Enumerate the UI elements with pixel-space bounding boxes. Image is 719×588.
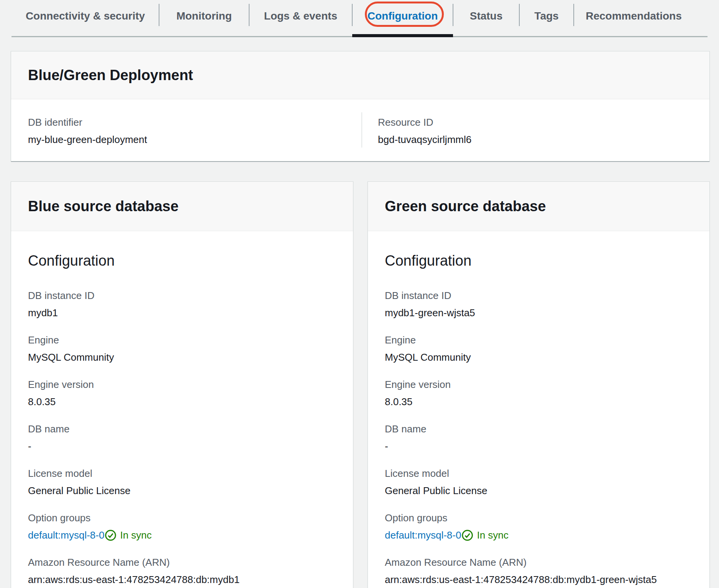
field-label: Engine [385, 333, 693, 347]
field-label: Option groups [385, 511, 693, 525]
check-circle-icon [105, 529, 117, 541]
field-value: my-blue-green-deployment [28, 133, 361, 146]
tab-label: Tags [534, 10, 558, 22]
field-label: Resource ID [378, 115, 709, 129]
blue-green-deployment-panel: Blue/Green Deployment DB identifier my-b… [11, 51, 710, 161]
field-label: DB identifier [28, 115, 361, 129]
option-group-link[interactable]: default:mysql-8-0 [28, 528, 104, 542]
field-label: License model [28, 466, 336, 480]
field-label: Amazon Resource Name (ARN) [28, 555, 336, 569]
tab-label: Recommendations [586, 10, 682, 22]
tab-label: Status [470, 10, 503, 22]
tab-label: Monitoring [176, 10, 232, 22]
license-model-field: License model General Public License [28, 466, 336, 498]
sync-status-text: In sync [120, 528, 151, 542]
panel-header: Blue/Green Deployment [11, 51, 709, 99]
db-instance-id-field: DB instance ID mydb1 [28, 289, 336, 320]
field-value: MySQL Community [28, 350, 336, 364]
green-source-database-panel: Green source database Configuration DB i… [368, 181, 710, 588]
field-value: mydb1 [28, 306, 336, 320]
field-label: DB name [385, 422, 693, 436]
license-model-field: License model General Public License [385, 466, 693, 498]
tab-tags[interactable]: Tags [519, 0, 574, 37]
field-label: License model [385, 466, 693, 480]
check-circle-icon [461, 529, 473, 541]
sync-status-text: In sync [477, 528, 508, 542]
field-value: bgd-tuvaqsycirljmml6 [378, 133, 709, 146]
engine-version-field: Engine version 8.0.35 [28, 378, 336, 409]
blue-source-database-panel: Blue source database Configuration DB in… [11, 181, 353, 588]
field-value: - [28, 439, 336, 453]
panel-header: Green source database [368, 182, 709, 231]
panel-body: DB identifier my-blue-green-deployment R… [11, 99, 709, 146]
arn-field: Amazon Resource Name (ARN) arn:aws:rds:u… [28, 555, 336, 586]
configuration-section-heading: Configuration [28, 231, 336, 270]
tab-status[interactable]: Status [453, 0, 519, 37]
panel-body: Configuration DB instance ID mydb1-green… [368, 231, 709, 586]
tab-logs-events[interactable]: Logs & events [249, 0, 352, 37]
engine-field: Engine MySQL Community [385, 333, 693, 364]
panel-body: Configuration DB instance ID mydb1 Engin… [11, 231, 353, 586]
option-group-link[interactable]: default:mysql-8-0 [385, 528, 461, 542]
field-label: DB instance ID [385, 289, 693, 302]
db-identifier-field: DB identifier my-blue-green-deployment [11, 99, 361, 146]
field-label: DB name [28, 422, 336, 436]
engine-field: Engine MySQL Community [28, 333, 336, 364]
field-label: Engine [28, 333, 336, 347]
engine-version-field: Engine version 8.0.35 [385, 378, 693, 409]
field-value: mydb1-green-wjsta5 [385, 306, 693, 320]
arn-field: Amazon Resource Name (ARN) arn:aws:rds:u… [385, 555, 693, 586]
tab-label: Connectivity & security [26, 10, 145, 22]
field-value: General Public License [28, 484, 336, 498]
resource-id-field: Resource ID bgd-tuvaqsycirljmml6 [361, 99, 709, 146]
db-name-field: DB name - [385, 422, 693, 453]
tab-recommendations[interactable]: Recommendations [574, 0, 694, 37]
field-value: arn:aws:rds:us-east-1:478253424788:db:my… [28, 573, 336, 586]
field-label: Amazon Resource Name (ARN) [385, 555, 693, 569]
db-name-field: DB name - [28, 422, 336, 453]
field-value: - [385, 439, 693, 453]
field-label: Engine version [28, 378, 336, 391]
field-label: DB instance ID [28, 289, 336, 302]
field-value: 8.0.35 [385, 395, 693, 409]
active-tab-underline [352, 34, 453, 37]
tab-bar: Connectivity & security Monitoring Logs … [0, 0, 719, 37]
field-value: arn:aws:rds:us-east-1:478253424788:db:my… [385, 573, 693, 586]
tab-monitoring[interactable]: Monitoring [159, 0, 249, 37]
panel-header: Blue source database [11, 182, 353, 231]
configuration-section-heading: Configuration [385, 231, 693, 270]
panel-title: Blue/Green Deployment [28, 67, 193, 84]
tab-connectivity-security[interactable]: Connectivity & security [11, 0, 159, 37]
panel-title: Blue source database [28, 198, 179, 215]
db-instance-id-field: DB instance ID mydb1-green-wjsta5 [385, 289, 693, 320]
field-label: Option groups [28, 511, 336, 525]
field-label: Engine version [385, 378, 693, 391]
field-value: General Public License [385, 484, 693, 498]
tab-label: Logs & events [264, 10, 337, 22]
panel-title: Green source database [385, 198, 546, 215]
field-value: 8.0.35 [28, 395, 336, 409]
field-value: MySQL Community [385, 350, 693, 364]
option-groups-field: Option groups default:mysql-8-0 In sync [28, 511, 336, 542]
tab-configuration[interactable]: Configuration [352, 0, 453, 37]
column-divider [361, 112, 362, 148]
tab-label: Configuration [368, 10, 438, 22]
option-groups-field: Option groups default:mysql-8-0 In sync [385, 511, 693, 542]
